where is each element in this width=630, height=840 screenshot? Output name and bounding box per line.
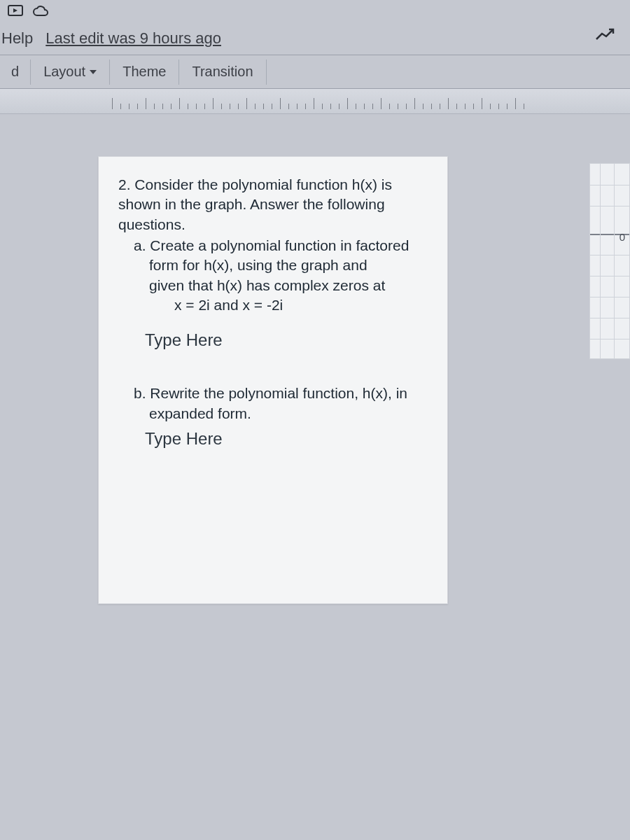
layout-label: Layout [43,64,85,80]
transition-button[interactable]: Transition [179,64,265,80]
layout-button[interactable]: Layout [31,64,109,80]
title-icon-row [0,0,630,24]
type-here-b[interactable]: Type Here [118,429,428,449]
toolbar-fragment-d: d [0,64,30,80]
part-b-line2: expanded form. [118,404,428,424]
type-here-a[interactable]: Type Here [118,330,428,350]
last-edit-link[interactable]: Last edit was 9 hours ago [46,29,221,48]
theme-button[interactable]: Theme [110,64,178,80]
question-intro: 2. Consider the polynomial function h(x)… [118,175,428,234]
part-b-line1: b. Rewrite the polynomial function, h(x)… [118,384,428,403]
slide-canvas[interactable]: 2. Consider the polynomial function h(x)… [0,114,630,730]
ruler-ticks [112,94,532,109]
part-a-line4: x = 2i and x = -2i [118,295,428,315]
help-menu[interactable]: Help [1,29,33,48]
toolbar-separator [266,59,267,85]
trending-up-icon[interactable] [595,27,616,46]
part-a-line1: a. Create a polynomial function in facto… [118,236,428,255]
chevron-down-icon [90,70,97,74]
graph-zero-label: 0 [620,231,625,243]
graph-fragment: 0 [589,163,630,359]
horizontal-ruler [0,89,630,114]
menu-bar: Help Last edit was 9 hours ago [0,24,630,55]
svg-marker-1 [13,8,18,13]
toolbar: d Layout Theme Transition [0,55,630,89]
part-a-line3: given that h(x) has complex zeros at [118,276,428,295]
slide-content[interactable]: 2. Consider the polynomial function h(x)… [98,156,448,604]
cloud-icon[interactable] [32,4,49,20]
part-a-line2: form for h(x), using the graph and [118,255,428,275]
present-icon[interactable] [7,4,24,20]
